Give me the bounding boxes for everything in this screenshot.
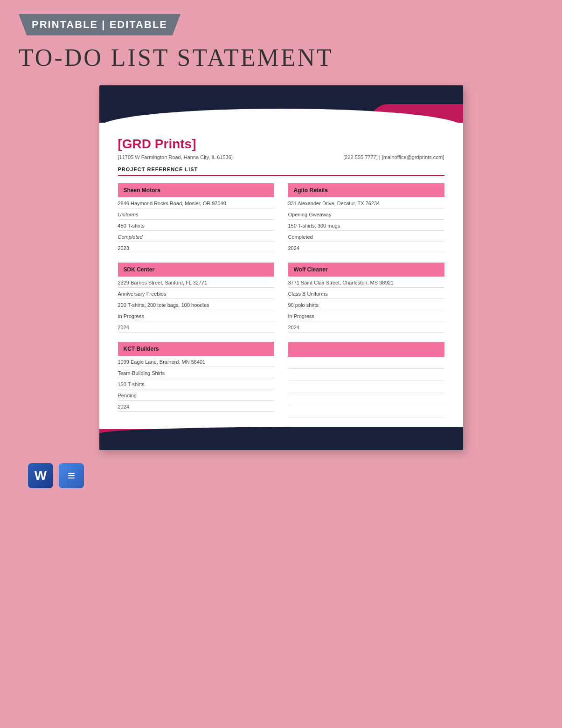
project-card-3: SDK Center 2329 Barnes Street, Sanford, … (118, 263, 274, 333)
company-name: [GRD Prints] (118, 137, 444, 152)
project-address-3: 2329 Barnes Street, Sanford, FL 32771 (118, 277, 274, 288)
company-contact: [222 555 7777] | [mainoffice@grdprints.c… (343, 154, 444, 160)
project-status-2: Completed (288, 231, 444, 242)
project-items-2: 150 T-shirts, 300 mugs (288, 220, 444, 231)
project-address-5: 1099 Eagle Lane, Brainerd, MN 56401 (118, 356, 274, 367)
project-items-3: 200 T-shirts, 200 tote bags, 100 hoodies (118, 299, 274, 310)
project-status-3: In Progress (118, 310, 274, 321)
printable-banner: PRINTABLE | EDITABLE (19, 14, 180, 35)
project-type-1: Uniforms (118, 208, 274, 220)
bottom-icons: W ≡ (28, 463, 543, 488)
project-status-5: Pending (118, 389, 274, 401)
doc-body: [GRD Prints] [11705 W Farmington Road, H… (99, 123, 463, 436)
project-type-4: Class B Uniforms (288, 288, 444, 299)
project-card-5: KCT Builders 1099 Eagle Lane, Brainerd, … (118, 342, 274, 417)
header-accent (370, 104, 463, 123)
word-letter: W (35, 468, 47, 483)
word-icon[interactable]: W (28, 463, 53, 488)
empty-field-4 (288, 393, 444, 405)
project-card-4: Wolf Cleaner 3771 Saint Clair Street, Ch… (288, 263, 444, 333)
project-type-5: Team-Building Shirts (118, 367, 274, 378)
project-type-3: Anniversary Freebies (118, 288, 274, 299)
project-type-2: Opening Giveaway (288, 208, 444, 220)
project-name-4: Wolf Cleaner (288, 263, 444, 277)
empty-field-2 (288, 369, 444, 381)
section-divider (118, 175, 444, 176)
project-card-6 (288, 342, 444, 417)
project-status-4: In Progress (288, 310, 444, 321)
project-year-4: 2024 (288, 321, 444, 333)
docs-icon[interactable]: ≡ (59, 463, 84, 488)
company-address: [11705 W Farmington Road, Hanna City, IL… (118, 154, 233, 160)
doc-footer (99, 436, 463, 450)
projects-grid: Sheen Motors 2846 Haymond Rocks Road, Mo… (118, 183, 444, 417)
project-name-3: SDK Center (118, 263, 274, 277)
banner-text: PRINTABLE | EDITABLE (32, 19, 167, 30)
empty-field-1 (288, 357, 444, 369)
project-status-1: Completed (118, 231, 274, 242)
project-name-5: KCT Builders (118, 342, 274, 356)
project-address-4: 3771 Saint Clair Street, Charleston, MS … (288, 277, 444, 288)
project-card-1: Sheen Motors 2846 Haymond Rocks Road, Mo… (118, 183, 274, 253)
project-items-4: 90 polo shirts (288, 299, 444, 310)
main-title: TO-DO LIST STATEMENT (19, 44, 543, 71)
project-year-5: 2024 (118, 401, 274, 412)
document-card: [GRD Prints] [11705 W Farmington Road, H… (99, 85, 463, 450)
empty-field-5 (288, 405, 444, 417)
company-info-row: [11705 W Farmington Road, Hanna City, IL… (118, 154, 444, 160)
project-name-1: Sheen Motors (118, 183, 274, 197)
project-address-2: 331 Alexander Drive, Decatur, TX 76234 (288, 197, 444, 208)
project-year-2: 2024 (288, 242, 444, 253)
doc-header (99, 85, 463, 123)
project-items-5: 150 T-shirts (118, 378, 274, 389)
project-year-1: 2023 (118, 242, 274, 253)
project-items-1: 450 T-shirts (118, 220, 274, 231)
project-year-3: 2024 (118, 321, 274, 333)
docs-lines: ≡ (68, 468, 75, 483)
project-address-1: 2846 Haymond Rocks Road, Mosier, OR 9704… (118, 197, 274, 208)
empty-field-3 (288, 381, 444, 393)
project-name-2: Agito Retails (288, 183, 444, 197)
project-card-2: Agito Retails 331 Alexander Drive, Decat… (288, 183, 444, 253)
section-title: PROJECT REFERENCE LIST (118, 166, 444, 172)
empty-project-bar (288, 342, 444, 357)
